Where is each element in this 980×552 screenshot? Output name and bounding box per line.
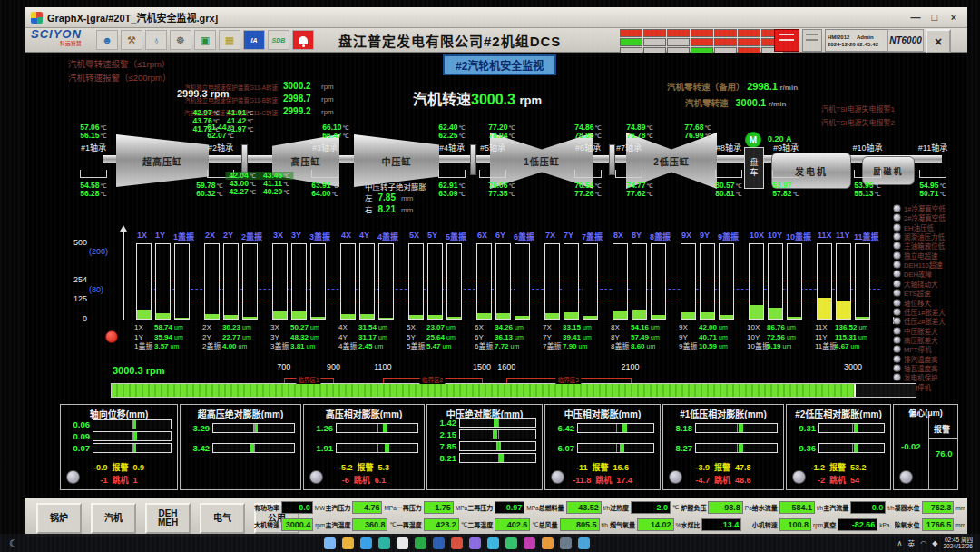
taskbar-app-icon-7[interactable] xyxy=(451,537,463,549)
point-value: 25.64 xyxy=(426,333,445,341)
taskbar-app-icon-3[interactable] xyxy=(378,537,390,549)
taskbar-app-icon-9[interactable] xyxy=(487,537,499,549)
restore-button[interactable]: □ xyxy=(926,12,943,23)
first-out-alarm-badge[interactable] xyxy=(774,29,799,52)
reading-label: 主汽流量 xyxy=(823,503,848,512)
bearing-bracket-10 xyxy=(854,170,881,178)
alarm-grid-cell-0-4[interactable] xyxy=(714,29,737,37)
sdb-icon[interactable]: SDB xyxy=(268,30,289,50)
monitor-icon[interactable]: ▣ xyxy=(194,30,216,50)
gear-user-icon[interactable]: ☸ xyxy=(170,30,191,50)
taskbar-app-icon-10[interactable] xyxy=(505,537,517,549)
taskbar-clock[interactable]: 02:45 周四 2024/12/26 xyxy=(943,537,973,550)
bar-fill xyxy=(137,310,151,319)
alarm-grid-cell-1-1[interactable] xyxy=(643,38,666,46)
shaft-coupling-3 xyxy=(609,144,615,175)
alarm-grid-cell-0-3[interactable] xyxy=(691,29,713,37)
nav-deh-meh-button[interactable]: DEHMEH xyxy=(145,503,191,534)
tray-chevron-icon[interactable]: ∧ xyxy=(897,539,902,547)
taskbar-app-icon-2[interactable] xyxy=(360,537,372,549)
alarm-grid-cell-0-0[interactable] xyxy=(620,29,642,37)
trip-max: 48.6 xyxy=(735,476,751,485)
clock-time: 02:45 周四 xyxy=(943,537,973,544)
alarm-grid-cell-0-1[interactable] xyxy=(643,29,666,37)
alarm-grid-cell-1-5[interactable] xyxy=(738,38,760,46)
eccentricity-alarm-value: 76.0 xyxy=(936,448,953,458)
critical-zone-label-3: 临界区3 xyxy=(556,375,581,384)
panel-row: 0.09 xyxy=(64,431,172,441)
alarm-grid-cell-0-2[interactable] xyxy=(667,29,690,37)
taskbar-app-icon-12[interactable] xyxy=(542,537,554,549)
temp-unit: ℃ xyxy=(735,191,741,197)
wifi-icon[interactable]: ◠ xyxy=(920,539,926,547)
panel-bar-marker xyxy=(250,444,255,452)
bar-fill xyxy=(477,313,491,319)
vibration-value-line: 8盖振8.60um xyxy=(611,342,681,352)
taskbar-app-icon-8[interactable] xyxy=(469,537,481,549)
alarm-grid-cell-1-0[interactable] xyxy=(620,38,642,46)
point-unit: um xyxy=(651,334,660,340)
taskbar-app-icon-6[interactable] xyxy=(433,537,445,549)
alarm-min: -5.2 xyxy=(338,463,353,472)
reading-value: 360.8 xyxy=(352,518,387,531)
point-value: 86.76 xyxy=(767,323,785,331)
network-user-icon[interactable]: ♁ xyxy=(145,30,167,50)
panel-bar-marker xyxy=(253,424,258,432)
alarm-grid-cell-1-4[interactable] xyxy=(714,38,737,46)
cards-icon[interactable]: ▦ xyxy=(219,30,240,50)
temp-unit: ℃ xyxy=(508,124,514,131)
speed-alarm-label: 汽机转速报警（≤200rpm） xyxy=(68,71,171,84)
users-icon[interactable]: ☻ xyxy=(96,30,118,50)
taskbar-app-icon-4[interactable] xyxy=(397,537,408,549)
bar-fill xyxy=(205,314,219,319)
reading-label: 真空 xyxy=(823,520,836,529)
taskbar-app-icon-0[interactable] xyxy=(324,537,336,549)
taskbar-app-icon-11[interactable] xyxy=(524,537,535,549)
taskbar-app-icon-13[interactable] xyxy=(560,537,572,549)
temp-unit: ℃ xyxy=(247,110,253,116)
taskbar-widget-icon[interactable]: ☾ xyxy=(9,538,17,548)
nav-turbine-button[interactable]: 汽机 xyxy=(91,503,136,534)
toolbar-close-button[interactable]: × xyxy=(926,29,951,54)
ime-indicator[interactable]: 英 xyxy=(907,538,915,548)
temp-line: 62.25℃ xyxy=(438,132,466,140)
vibration-bar-2Y xyxy=(223,243,239,320)
point-unit: um xyxy=(858,324,867,330)
clock-date: 2024/12/26 xyxy=(943,543,973,550)
temp-line: 63.09℃ xyxy=(438,190,466,198)
bar-label-3X: 3X xyxy=(273,231,283,240)
minimize-button[interactable]: — xyxy=(907,12,924,23)
bar-label-9X: 9X xyxy=(681,231,691,240)
alarm-item-label: DEH110超速 xyxy=(904,260,943,270)
nav-boiler-button[interactable]: 锅炉 xyxy=(36,503,82,534)
speed-band-value: 3000.3 rpm xyxy=(113,365,164,376)
point-name: 4Y xyxy=(338,333,358,343)
close-button[interactable]: × xyxy=(946,12,962,23)
tools-icon[interactable]: ⚒ xyxy=(121,30,142,50)
alarm-bell-icon[interactable] xyxy=(292,30,314,50)
nav-electrical-button[interactable]: 电气 xyxy=(200,503,245,534)
bearing-label-7: #7轴承 xyxy=(616,142,642,153)
zone-drop xyxy=(506,378,507,383)
vibration-values-5: 5X23.07um5Y25.64um5盖振5.47um xyxy=(407,323,477,352)
bearing-bracket-9 xyxy=(772,170,799,178)
alarm-grid-cell-0-5[interactable] xyxy=(738,29,760,37)
taskbar-app-icon-5[interactable] xyxy=(415,537,426,549)
alarm-item-18: 发电机保护 xyxy=(893,372,938,382)
bearing-7-bottom-temps: 74.77℃77.62℃ xyxy=(626,182,653,198)
alarm-grid-cell-1-2[interactable] xyxy=(667,38,690,46)
taskbar-app-icon-1[interactable] xyxy=(342,537,354,549)
point-unit: um xyxy=(310,334,319,340)
bearing-6-top-temps: 74.86℃78.85℃ xyxy=(574,123,602,140)
temp-unit: ℃ xyxy=(250,181,256,187)
point-name: 8盖振 xyxy=(611,342,631,352)
volume-icon[interactable]: ◆ xyxy=(932,539,937,547)
reading-value: 762.3 xyxy=(922,501,955,514)
speed-tick-1600: 1600 xyxy=(497,362,515,371)
alarm-grid-cell-1-3[interactable] xyxy=(691,38,713,46)
reading-r1-1: 主汽压力4.76MPa xyxy=(325,501,396,514)
point-name: 2X xyxy=(202,323,222,333)
ia-icon[interactable]: IA xyxy=(243,30,265,50)
bearing-label-8: #8轴承 xyxy=(716,142,741,153)
taskbar-app-icon-14[interactable] xyxy=(578,537,590,549)
